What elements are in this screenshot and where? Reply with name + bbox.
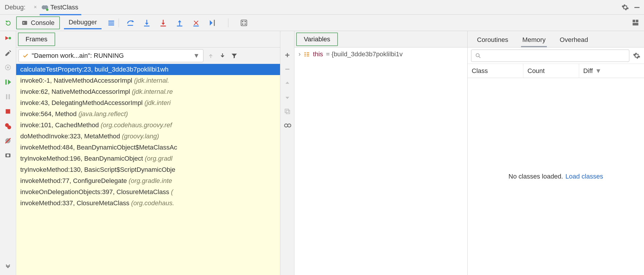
frame-row[interactable]: invokeOnDelegationObjects:397, ClosureMe… — [16, 186, 280, 198]
watch-down-icon[interactable] — [283, 93, 291, 101]
frame-row[interactable]: invoke:62, NativeMethodAccessorImpl (jdk… — [16, 86, 280, 97]
frame-main: invoke:101, CachedMethod — [20, 121, 101, 129]
frame-row[interactable]: invokeMethod:484, BeanDynamicObject$Meta… — [16, 142, 280, 153]
duplicate-watch-icon[interactable] — [283, 107, 291, 116]
frame-package: (org.codehaus.groovy.ref — [101, 121, 172, 129]
modify-run-config-icon[interactable] — [4, 49, 12, 57]
step-over-icon[interactable] — [126, 18, 135, 27]
drop-frame-icon[interactable] — [192, 18, 200, 27]
chevron-down-icon: ▼ — [193, 52, 200, 60]
show-watches-icon[interactable] — [283, 121, 291, 130]
new-watch-icon[interactable] — [283, 51, 291, 59]
frame-row[interactable]: invoke0:-1, NativeMethodAccessorImpl (jd… — [16, 75, 280, 86]
memory-search-input[interactable] — [471, 50, 629, 62]
run-to-cursor-icon[interactable] — [208, 18, 217, 27]
thread-selector[interactable]: "Daemon work...ain": RUNNING ▼ — [18, 49, 203, 62]
show-execution-point-icon[interactable] — [4, 63, 12, 72]
frame-row[interactable]: invokeMethod:337, ClosureMetaClass (org.… — [16, 198, 280, 209]
frame-row[interactable]: tryInvokeMethod:196, BeanDynamicObject (… — [16, 153, 280, 164]
memory-settings-icon[interactable] — [633, 52, 640, 60]
resume-program-icon[interactable] — [4, 78, 12, 86]
column-class[interactable]: Class — [468, 64, 523, 78]
more-actions-icon[interactable] — [4, 263, 12, 271]
frames-tab[interactable]: Frames — [18, 33, 55, 46]
run-config-name: TestClass — [50, 4, 78, 11]
svg-rect-26 — [6, 94, 7, 99]
svg-rect-17 — [242, 23, 243, 25]
svg-rect-11 — [177, 26, 183, 26]
svg-rect-5 — [109, 21, 114, 21]
mute-breakpoints-icon[interactable] — [4, 137, 12, 145]
gear-icon[interactable] — [621, 3, 629, 11]
chevron-right-icon[interactable]: › — [299, 50, 301, 58]
frames-toolbar: "Daemon work...ain": RUNNING ▼ — [16, 47, 280, 64]
variables-body[interactable]: › this = {build_3dde3b7poklilbi1v — [294, 47, 467, 275]
previous-frame-icon[interactable] — [206, 51, 215, 60]
column-diff-label: Diff — [583, 67, 593, 75]
column-count[interactable]: Count — [523, 64, 579, 78]
next-frame-icon[interactable] — [218, 51, 227, 60]
svg-rect-21 — [633, 23, 638, 26]
svg-rect-15 — [242, 21, 243, 22]
console-tab[interactable]: Console — [16, 16, 60, 29]
sort-desc-icon: ▼ — [595, 67, 602, 75]
svg-rect-41 — [307, 52, 309, 53]
frame-row[interactable]: tryInvokeMethod:130, BasicScript$ScriptD… — [16, 164, 280, 175]
pause-program-icon[interactable] — [4, 93, 12, 101]
tab-memory[interactable]: Memory — [521, 33, 547, 47]
force-step-into-icon[interactable] — [159, 18, 168, 27]
frame-main: invokeMethod:484, BeanDynamicObject$Meta… — [20, 144, 177, 151]
frame-main: doMethodInvoke:323, MetaMethod — [20, 133, 122, 140]
svg-rect-27 — [9, 94, 10, 99]
debug-content: Frames "Daemon work...ain": RUNNING ▼ ca… — [0, 31, 644, 275]
right-tabs: Coroutines Memory Overhead — [468, 31, 644, 47]
column-diff[interactable]: Diff ▼ — [579, 67, 644, 75]
run-config-tab[interactable]: TestClass — [40, 4, 81, 15]
frame-package: (java.lang.reflect) — [78, 110, 128, 118]
frame-row[interactable]: invoke:43, DelegatingMethodAccessorImpl … — [16, 97, 280, 108]
object-icon — [304, 51, 310, 57]
filter-frames-icon[interactable] — [230, 51, 239, 60]
minimize-icon[interactable] — [633, 3, 641, 11]
step-into-icon[interactable] — [142, 18, 151, 27]
step-out-icon[interactable] — [175, 18, 184, 27]
variable-row[interactable]: › this = {build_3dde3b7poklilbi1v — [299, 50, 463, 58]
debugger-tab[interactable]: Debugger — [64, 16, 102, 29]
frame-row[interactable]: doMethodInvoke:323, MetaMethod (groovy.l… — [16, 131, 280, 142]
variables-tab[interactable]: Variables — [296, 33, 338, 46]
evaluate-expression-icon[interactable] — [240, 18, 248, 27]
view-breakpoints-icon[interactable] — [4, 122, 12, 130]
svg-rect-40 — [304, 56, 306, 57]
frame-main: tryInvokeMethod:196, BeanDynamicObject — [20, 155, 145, 162]
frame-row[interactable]: calculateTestProperty:23, build_3dde3b7p… — [16, 64, 280, 75]
step-controls — [126, 18, 248, 27]
svg-rect-19 — [633, 20, 635, 22]
close-tab-icon[interactable]: × — [31, 4, 40, 10]
frame-row[interactable]: invokeMethod:77, ConfigureDelegate (org.… — [16, 175, 280, 186]
frame-row[interactable]: invoke:564, Method (java.lang.reflect) — [16, 108, 280, 120]
tab-coroutines[interactable]: Coroutines — [476, 33, 509, 47]
frame-package: (org.gradle.inte — [129, 177, 172, 184]
separator — [119, 18, 119, 27]
get-thread-dump-icon[interactable] — [4, 151, 12, 159]
remove-watch-icon[interactable] — [283, 65, 291, 73]
svg-rect-6 — [109, 22, 114, 23]
threads-icon[interactable] — [107, 19, 115, 27]
stop-and-rerun-icon[interactable] — [4, 34, 12, 42]
frame-main: invoke:62, NativeMethodAccessorImpl — [20, 88, 132, 95]
tab-overhead[interactable]: Overhead — [559, 33, 589, 47]
load-classes-link[interactable]: Load classes — [565, 173, 603, 180]
variable-name: this — [313, 50, 323, 58]
frame-main: invokeMethod:337, ClosureMetaClass — [20, 199, 131, 207]
layout-settings-icon[interactable] — [632, 19, 640, 27]
svg-rect-25 — [5, 79, 6, 84]
frame-row[interactable]: invoke:101, CachedMethod (org.codehaus.g… — [16, 120, 280, 131]
rerun-icon[interactable] — [5, 19, 12, 26]
debugger-tab-label: Debugger — [69, 18, 97, 26]
stop-icon[interactable] — [4, 107, 12, 116]
tab-coroutines-label: Coroutines — [477, 36, 508, 43]
frames-list[interactable]: calculateTestProperty:23, build_3dde3b7p… — [16, 64, 280, 275]
frame-package: (org.codehaus. — [131, 199, 174, 207]
watch-up-icon[interactable] — [283, 79, 291, 87]
svg-rect-42 — [307, 54, 309, 55]
